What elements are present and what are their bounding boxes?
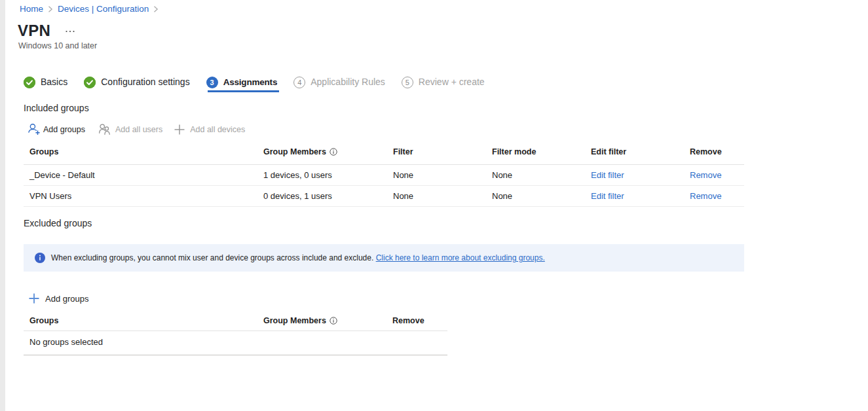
blade-left-edge <box>0 0 5 411</box>
toolbar-button-label: Add groups <box>43 125 85 134</box>
info-icon[interactable] <box>330 317 337 327</box>
person-add-icon <box>28 123 40 135</box>
included-table-header-row: Groups Group Members Filter Filter mode … <box>24 146 744 164</box>
col-edit-filter[interactable]: Edit filter <box>585 146 684 164</box>
table-row: _Device - Default 1 devices, 0 users Non… <box>24 164 744 185</box>
plus-icon <box>29 293 39 304</box>
wizard-step-label: Assignments <box>223 77 278 87</box>
step-number-icon: 3 <box>206 77 218 88</box>
ellipsis-icon <box>66 29 75 33</box>
cell-filter-mode: None <box>486 185 585 206</box>
col-remove[interactable]: Remove <box>387 315 447 331</box>
included-groups-heading: Included groups <box>24 103 89 113</box>
info-banner-text: When excluding groups, you cannot mix us… <box>51 253 545 262</box>
add-all-devices-button: Add all devices <box>174 124 245 135</box>
col-groups[interactable]: Groups <box>24 146 257 164</box>
included-groups-toolbar: Add groupsAdd all usersAdd all devices <box>28 123 245 135</box>
wizard-step-review-create[interactable]: 5Review + create <box>402 77 485 88</box>
wizard-step-label: Review + create <box>419 77 485 87</box>
col-groups[interactable]: Groups <box>24 315 257 331</box>
remove-link[interactable]: Remove <box>690 191 721 201</box>
chevron-right-icon <box>48 6 53 12</box>
plus-icon <box>174 124 185 135</box>
step-number-icon: 4 <box>293 77 305 88</box>
remove-link[interactable]: Remove <box>690 170 721 180</box>
col-group-members[interactable]: Group Members <box>257 146 387 164</box>
people-icon <box>99 123 110 135</box>
info-icon[interactable] <box>330 148 337 158</box>
info-banner: When excluding groups, you cannot mix us… <box>24 244 744 272</box>
edit-filter-link[interactable]: Edit filter <box>591 170 624 180</box>
wizard-step-basics[interactable]: Basics <box>24 77 67 88</box>
cell-group-name: _Device - Default <box>24 164 257 185</box>
cell-filter: None <box>387 185 486 206</box>
page-title: VPN <box>18 22 50 40</box>
edit-filter-link[interactable]: Edit filter <box>591 191 624 201</box>
excluded-table-header-row: Groups Group Members Remove <box>24 315 447 331</box>
wizard-steps: BasicsConfiguration settings3Assignments… <box>24 77 501 88</box>
wizard-step-label: Applicability Rules <box>311 77 385 87</box>
wizard-step-label: Configuration settings <box>101 77 189 87</box>
learn-more-link[interactable]: Click here to learn more about excluding… <box>376 253 545 262</box>
col-remove[interactable]: Remove <box>684 146 744 164</box>
info-icon <box>35 253 45 263</box>
cell-group-name: VPN Users <box>24 185 257 206</box>
add-groups-button[interactable]: Add groups <box>28 123 85 135</box>
included-groups-table: Groups Group Members Filter Filter mode … <box>24 146 744 207</box>
step-number-icon: 5 <box>402 77 413 88</box>
cell-filter: None <box>387 164 486 185</box>
col-group-members[interactable]: Group Members <box>257 315 387 331</box>
wizard-step-label: Basics <box>41 77 67 87</box>
wizard-step-assignments[interactable]: 3Assignments <box>206 77 278 88</box>
step-complete-icon <box>24 77 35 88</box>
table-row: VPN Users 0 devices, 1 users None None E… <box>24 185 744 206</box>
add-groups-excluded-button[interactable]: Add groups <box>29 293 89 304</box>
assignments-page: Home Devices | Configuration VPN Windows… <box>0 0 868 411</box>
step-complete-icon <box>84 77 96 88</box>
excluded-groups-table: Groups Group Members Remove No groups se… <box>24 315 447 355</box>
chevron-right-icon <box>153 6 159 12</box>
empty-row: No groups selected <box>24 331 447 355</box>
cell-filter-mode: None <box>486 164 585 185</box>
cell-group-members: 1 devices, 0 users <box>257 164 387 185</box>
add-all-users-button: Add all users <box>99 123 162 135</box>
toolbar-button-label: Add all users <box>115 125 162 134</box>
wizard-step-applicability-rules[interactable]: 4Applicability Rules <box>293 77 385 88</box>
breadcrumb-devices-link[interactable]: Devices | Configuration <box>58 4 149 14</box>
col-filter[interactable]: Filter <box>387 146 486 164</box>
toolbar-button-label: Add all devices <box>190 125 245 134</box>
cell-group-members: 0 devices, 1 users <box>257 185 387 206</box>
context-menu-button[interactable] <box>66 29 75 33</box>
active-tab-underline <box>208 90 279 92</box>
page-subtitle: Windows 10 and later <box>18 41 97 50</box>
breadcrumb: Home Devices | Configuration <box>20 4 163 14</box>
col-filter-mode[interactable]: Filter mode <box>486 146 585 164</box>
empty-message: No groups selected <box>24 331 447 355</box>
breadcrumb-home-link[interactable]: Home <box>20 4 43 14</box>
excluded-groups-heading: Excluded groups <box>24 218 92 228</box>
wizard-step-configuration-settings[interactable]: Configuration settings <box>84 77 189 88</box>
